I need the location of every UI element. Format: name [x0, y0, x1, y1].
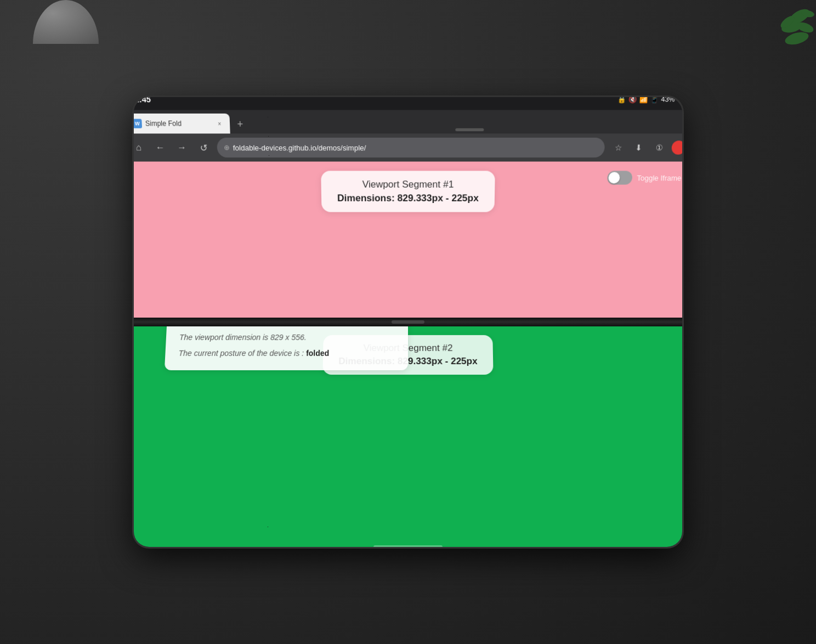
battery-icon: 🔋: [677, 97, 682, 104]
screen-bottom: Viewport Segment #2 Dimensions: 829.333p…: [134, 326, 682, 547]
posture-prefix: The current posture of the device is :: [178, 349, 304, 358]
lock-icon: 🔒: [617, 97, 626, 104]
status-bar: 12:45 🔒 🔇 📶 📱 43% 🔋: [134, 97, 682, 110]
status-icons: 🔒 🔇 📶 📱 43% 🔋: [617, 97, 682, 104]
info-card: The viewport dimension is 829 x 556. The…: [165, 326, 408, 370]
record-button[interactable]: [671, 140, 682, 155]
forward-button[interactable]: →: [173, 139, 190, 156]
forward-icon: →: [177, 143, 186, 153]
address-bar-actions: ☆ ⬇ ①: [610, 139, 682, 156]
download-button[interactable]: ⬇: [631, 139, 647, 156]
back-icon: ←: [155, 143, 165, 153]
tab-favicon: W: [134, 119, 142, 128]
status-time: 12:45: [134, 97, 151, 104]
segment1-title: Viewport Segment #1: [337, 179, 479, 190]
address-bar: ⌂ ← → ↺ ⊕ foldable-devices.github.io/dem…: [134, 133, 682, 161]
foldable-device: 12:45 🔒 🔇 📶 📱 43% 🔋 W Simple Fold: [134, 97, 682, 547]
reload-button[interactable]: ↺: [195, 139, 212, 156]
home-icon: ⌂: [135, 143, 141, 153]
tab-count-button[interactable]: ①: [651, 139, 668, 156]
download-icon: ⬇: [635, 143, 642, 152]
posture-text: The current posture of the device is : f…: [178, 348, 395, 359]
url-site-icon: ⊕: [224, 144, 230, 152]
device-hinge: [134, 318, 682, 326]
toggle-area: Toggle Iframe: [607, 171, 682, 184]
back-button[interactable]: ←: [152, 139, 169, 156]
url-text: foldable-devices.github.io/demos/simple/: [233, 143, 598, 152]
signal-icon: 📱: [650, 97, 659, 104]
tab-bar: W Simple Fold × +: [134, 110, 682, 133]
wifi-icon: 📶: [639, 97, 648, 104]
cylinder-decoration: [33, 0, 99, 44]
audio-icon: 🔇: [628, 97, 637, 104]
fold-pill: [455, 128, 484, 131]
segment1-dimensions: Dimensions: 829.333px - 225px: [337, 193, 479, 204]
reload-icon: ↺: [200, 142, 207, 153]
webpage-bottom-segment: Viewport Segment #2 Dimensions: 829.333p…: [134, 326, 682, 383]
tab-title: Simple Fold: [145, 120, 212, 128]
posture-value: folded: [306, 349, 330, 358]
device-container: 12:45 🔒 🔇 📶 📱 43% 🔋 W Simple Fold: [117, 75, 699, 569]
webpage-top-segment: Toggle Iframe Viewport Segment #1 Dimens…: [134, 162, 682, 222]
toggle-iframe-switch[interactable]: [607, 171, 632, 184]
home-button[interactable]: ⌂: [134, 139, 147, 156]
star-button[interactable]: ☆: [610, 139, 626, 156]
bottom-nav-indicator: [373, 545, 443, 547]
tab-count-icon: ①: [655, 143, 663, 152]
plant-decoration: [739, 0, 816, 66]
toggle-iframe-label: Toggle Iframe: [637, 173, 682, 182]
browser-tab-simple-fold[interactable]: W Simple Fold ×: [134, 114, 230, 134]
tab-close-button[interactable]: ×: [215, 119, 224, 128]
url-bar[interactable]: ⊕ foldable-devices.github.io/demos/simpl…: [217, 138, 605, 157]
battery-text: 43%: [661, 97, 675, 104]
star-icon: ☆: [614, 143, 622, 152]
screen-top: 12:45 🔒 🔇 📶 📱 43% 🔋 W Simple Fold: [134, 97, 682, 318]
viewport-dimension-text: The viewport dimension is 829 x 556.: [179, 332, 394, 343]
segment1-box: Viewport Segment #1 Dimensions: 829.333p…: [321, 171, 495, 212]
new-tab-button[interactable]: +: [232, 116, 248, 132]
